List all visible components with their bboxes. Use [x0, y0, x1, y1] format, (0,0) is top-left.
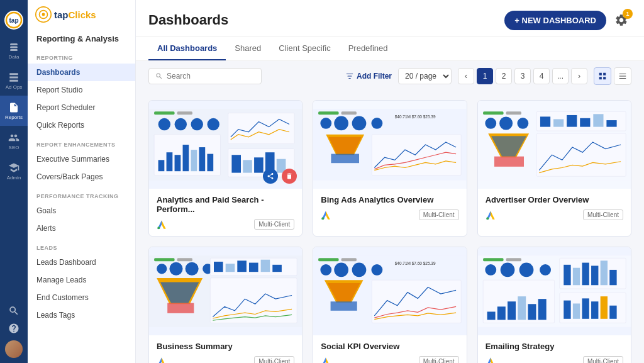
new-dashboard-button[interactable]: + NEW DASHBOARD: [504, 11, 606, 30]
card-meta-1: Multi-Client: [321, 209, 458, 220]
card-badge-5: Multi-Client: [583, 356, 623, 363]
sidebar-item-report-scheduler[interactable]: Report Scheduler: [28, 99, 135, 116]
svg-rect-81: [214, 262, 223, 272]
settings-button[interactable]: 1: [611, 10, 631, 30]
svg-rect-27: [243, 160, 252, 172]
user-avatar[interactable]: [5, 340, 23, 358]
page-1-button[interactable]: 1: [477, 68, 493, 84]
nav-item-reports[interactable]: Reports: [0, 96, 28, 126]
sidebar-item-leads-dashboard[interactable]: Leads Dashboard: [28, 254, 135, 271]
delete-action-icon[interactable]: [282, 169, 297, 184]
page-3-button[interactable]: 3: [514, 68, 531, 84]
search-box[interactable]: [148, 68, 262, 84]
tabs-bar: All Dashboards Shared Client Specific Pr…: [136, 37, 644, 61]
svg-point-109: [500, 263, 514, 277]
prev-page-button[interactable]: ‹: [458, 68, 474, 84]
tab-predefined[interactable]: Predefined: [340, 37, 397, 60]
svg-point-54: [517, 118, 528, 129]
svg-rect-125: [609, 270, 616, 285]
dashboard-card-5[interactable]: Emailing Strategy Multi-Client: [477, 247, 631, 363]
svg-rect-124: [600, 260, 607, 285]
svg-point-13: [175, 118, 187, 130]
svg-point-73: [169, 262, 182, 276]
dashboard-card-0[interactable]: Analytics and Paid Search - Perform... M…: [148, 100, 303, 237]
seo-icon: [8, 132, 19, 143]
svg-rect-5: [10, 49, 18, 51]
sidebar-item-covers-back-pages[interactable]: Covers/Back Pages: [28, 168, 135, 186]
nav-label-data: Data: [9, 54, 19, 60]
page-4-button[interactable]: 4: [533, 68, 550, 84]
svg-rect-83: [237, 260, 247, 272]
main-content: Dashboards + NEW DASHBOARD 1 All Dashboa…: [136, 0, 644, 363]
card-meta-2: Multi-Client: [486, 209, 623, 220]
page-dots[interactable]: ...: [552, 68, 569, 84]
nav-item-seo[interactable]: SEO: [0, 126, 28, 156]
sidebar-item-dashboards[interactable]: Dashboards: [28, 64, 135, 81]
sidebar-section-reporting: REPORTING: [28, 47, 135, 64]
sidebar-item-quick-reports[interactable]: Quick Reports: [28, 116, 135, 134]
card-meta-0: Multi-Client: [157, 219, 294, 230]
svg-rect-19: [175, 155, 181, 171]
svg-marker-103: [326, 357, 330, 363]
tab-shared[interactable]: Shared: [226, 37, 270, 60]
google-ads-icon-4: [321, 357, 331, 364]
per-page-select[interactable]: 20 / page: [398, 68, 452, 84]
sidebar-item-executive-summaries[interactable]: Executive Summaries: [28, 150, 135, 168]
pagination: ‹ 1 2 3 4 ... ›: [458, 68, 587, 84]
search-input[interactable]: [167, 72, 255, 81]
sidebar-item-leads-tags[interactable]: Leads Tags: [28, 306, 135, 324]
svg-rect-129: [582, 298, 589, 318]
sidebar-item-alerts[interactable]: Alerts: [28, 220, 135, 237]
svg-rect-22: [199, 147, 205, 171]
svg-rect-113: [487, 311, 495, 320]
list-view-button[interactable]: [614, 67, 631, 85]
share-icon: [267, 172, 274, 180]
share-action-icon[interactable]: [263, 169, 278, 184]
svg-rect-36: [341, 111, 357, 114]
sidebar-item-end-customers[interactable]: End Customers: [28, 289, 135, 306]
nav-label-seo: SEO: [9, 145, 19, 150]
sidebar-item-goals[interactable]: Goals: [28, 202, 135, 220]
card-title-4: Social KPI Overview: [321, 342, 458, 351]
tab-client-specific[interactable]: Client Specific: [270, 37, 339, 60]
card-thumbnail-3: [149, 247, 302, 335]
dashboard-card-1[interactable]: $40.71M $7.60 $25.39: [313, 100, 467, 237]
svg-rect-70: [154, 258, 174, 261]
svg-rect-116: [518, 296, 526, 320]
card-actions-0: [263, 169, 297, 184]
sidebar-item-manage-leads[interactable]: Manage Leads: [28, 271, 135, 289]
toolbar: Add Filter 20 / page ‹ 1 2 3 4 ... ›: [136, 61, 644, 91]
nav-item-admin[interactable]: Admin: [0, 156, 28, 186]
page-2-button[interactable]: 2: [496, 68, 512, 84]
trash-icon: [286, 172, 293, 180]
search-nav-icon[interactable]: [8, 305, 19, 319]
notification-badge: 1: [623, 9, 633, 19]
nav-item-data[interactable]: Data: [0, 35, 28, 65]
add-filter-button[interactable]: Add Filter: [345, 72, 392, 81]
next-page-button[interactable]: ›: [571, 68, 587, 84]
svg-rect-84: [249, 263, 258, 272]
card-thumbnail-2: [478, 101, 631, 189]
svg-rect-10: [154, 111, 174, 114]
dashboard-card-3[interactable]: Business Summary Multi-Client: [148, 247, 303, 363]
help-nav-icon[interactable]: [8, 323, 19, 337]
card-title-0: Analytics and Paid Search - Perform...: [157, 195, 294, 214]
tab-all-dashboards[interactable]: All Dashboards: [148, 37, 226, 60]
svg-point-48: [322, 217, 325, 220]
svg-point-52: [485, 118, 496, 129]
svg-point-72: [157, 264, 167, 274]
svg-rect-44: [331, 154, 360, 164]
grid-view-button[interactable]: [594, 67, 611, 85]
svg-point-68: [486, 217, 489, 220]
svg-rect-63: [580, 118, 590, 127]
svg-point-39: [335, 116, 349, 131]
sidebar-item-report-studio[interactable]: Report Studio: [28, 81, 135, 99]
svg-rect-78: [167, 303, 194, 313]
svg-rect-57: [494, 157, 524, 167]
dashboard-card-2[interactable]: Advertiser Order Overview Multi-Client: [477, 100, 631, 237]
svg-rect-91: [318, 258, 338, 261]
nav-item-adops[interactable]: Ad Ops: [0, 65, 28, 96]
dashboard-card-4[interactable]: $40.71M $7.60 $25.39: [313, 247, 467, 363]
svg-rect-17: [158, 160, 165, 171]
card-footer-5: Emailing Strategy Multi-Client: [478, 335, 631, 363]
